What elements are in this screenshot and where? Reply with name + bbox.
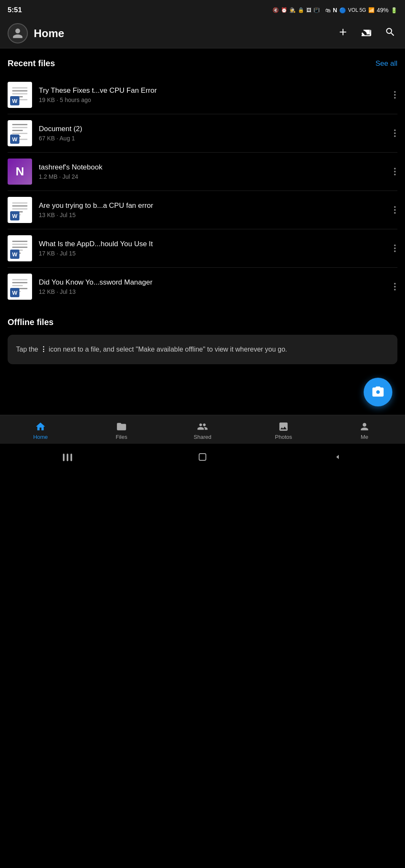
- see-all-link[interactable]: See all: [375, 59, 397, 68]
- cast-button[interactable]: [359, 25, 374, 42]
- table-row[interactable]: W Document (2) 67 KB · Aug 1: [8, 114, 397, 153]
- file-info: Are you trying to b...a CPU fan error 13…: [39, 202, 386, 218]
- file-name: Did You Know Yo...ssword Manager: [39, 278, 386, 287]
- file-info: What Is the AppD...hould You Use It 17 K…: [39, 240, 386, 257]
- dot: [394, 289, 396, 290]
- files-icon: [116, 421, 127, 432]
- dot: [394, 91, 396, 93]
- dot: [394, 97, 396, 99]
- n-icon: N: [333, 7, 337, 13]
- me-icon: [359, 421, 370, 432]
- camera-fab-button[interactable]: [364, 378, 392, 406]
- nav-label-files: Files: [116, 434, 127, 440]
- file-more-button[interactable]: [392, 88, 397, 102]
- dot: [394, 171, 396, 172]
- file-line: [12, 282, 27, 283]
- battery-icon: 🔋: [391, 7, 397, 13]
- top-bar-actions: [336, 25, 397, 42]
- recent-apps-button[interactable]: [54, 450, 81, 466]
- file-info: Document (2) 67 KB · Aug 1: [39, 125, 386, 142]
- table-row[interactable]: N tashreef's Notebook 1.2 MB · Jul 24: [8, 153, 397, 191]
- file-line: [12, 285, 23, 286]
- word-badge: W: [10, 96, 19, 105]
- file-line: [12, 93, 27, 94]
- shared-icon: [197, 421, 208, 432]
- file-icon-inner: W: [8, 197, 32, 223]
- file-more-button[interactable]: [392, 126, 397, 140]
- file-icon-inner: N: [8, 159, 32, 185]
- bluetooth-icon: 🔵: [339, 7, 346, 13]
- nav-item-me[interactable]: Me: [324, 419, 405, 442]
- vertical-dots-icon: ⋮: [40, 346, 49, 353]
- main-content: Recent files See all W Try These F: [0, 48, 405, 306]
- offline-title: Offline files: [8, 317, 397, 327]
- file-meta: 13 KB · Jul 15: [39, 212, 386, 218]
- dot: [394, 212, 396, 214]
- file-info: Try These Fixes t...ve CPU Fan Error 19 …: [39, 86, 386, 103]
- word-badge: W: [10, 134, 19, 144]
- bag-icon: 🛍: [325, 7, 331, 13]
- add-button[interactable]: [336, 25, 350, 42]
- nav-item-files[interactable]: Files: [81, 419, 162, 442]
- dot: [394, 174, 396, 175]
- nav-item-home[interactable]: Home: [0, 419, 81, 442]
- file-more-button[interactable]: [392, 164, 397, 179]
- back-button[interactable]: [324, 450, 351, 467]
- file-name: tashreef's Notebook: [39, 163, 386, 172]
- dot: [394, 209, 396, 211]
- file-icon-inner: W: [8, 235, 32, 261]
- file-more-button[interactable]: [392, 279, 397, 294]
- file-name: Document (2): [39, 125, 386, 133]
- page-title: Home: [34, 27, 330, 40]
- back-icon: [333, 452, 342, 462]
- nav-item-shared[interactable]: Shared: [162, 419, 243, 442]
- file-name: What Is the AppD...hould You Use It: [39, 240, 386, 248]
- offline-card-text: Tap the ⋮ icon next to a file, and selec…: [16, 344, 389, 355]
- recent-apps-icon: [63, 454, 72, 461]
- lock-icon: 🔒: [298, 7, 304, 13]
- word-badge: W: [10, 288, 19, 297]
- top-bar: Home: [0, 19, 405, 48]
- dot: [394, 283, 396, 285]
- word-badge: W: [10, 211, 19, 220]
- dot: [394, 245, 396, 246]
- signal-icon: VOL 5G: [348, 7, 366, 13]
- table-row[interactable]: W Try These Fixes t...ve CPU Fan Error 1…: [8, 76, 397, 114]
- file-icon-wrap: W: [8, 120, 32, 146]
- table-row[interactable]: W Did You Know Yo...ssword Manager 12 KB…: [8, 268, 397, 306]
- file-icon-inner: W: [8, 120, 32, 146]
- file-icon-wrap: W: [8, 197, 32, 223]
- file-icon-inner: W: [8, 82, 32, 108]
- file-list: W Try These Fixes t...ve CPU Fan Error 1…: [8, 76, 397, 306]
- incognito-icon: 🕵: [289, 7, 296, 13]
- file-line: [12, 202, 27, 204]
- fab-area: [0, 364, 405, 415]
- file-more-button[interactable]: [392, 241, 397, 255]
- file-meta: 1.2 MB · Jul 24: [39, 173, 386, 180]
- file-line: [12, 133, 27, 134]
- dot: [394, 247, 396, 249]
- home-system-icon: [198, 452, 207, 462]
- recent-files-title: Recent files: [8, 59, 55, 68]
- dot: [394, 168, 396, 169]
- file-line: [12, 244, 27, 245]
- file-line: [12, 247, 27, 248]
- home-system-button[interactable]: [189, 450, 216, 467]
- photo-icon: 🖼: [306, 7, 311, 13]
- nav-item-photos[interactable]: Photos: [243, 419, 324, 442]
- file-line: [12, 279, 27, 280]
- file-line: [12, 124, 27, 125]
- table-row[interactable]: W What Is the AppD...hould You Use It 17…: [8, 229, 397, 268]
- person-icon: [12, 27, 24, 39]
- file-line: [12, 208, 27, 210]
- system-nav-bar: [0, 443, 405, 474]
- search-button[interactable]: [383, 25, 397, 42]
- nav-label-photos: Photos: [275, 434, 292, 440]
- dot: [394, 129, 396, 131]
- table-row[interactable]: W Are you trying to b...a CPU fan error …: [8, 191, 397, 229]
- avatar[interactable]: [8, 23, 28, 43]
- file-meta: 17 KB · Jul 15: [39, 250, 386, 257]
- nav-label-me: Me: [361, 434, 368, 440]
- onenote-letter: N: [16, 165, 24, 178]
- file-more-button[interactable]: [392, 203, 397, 217]
